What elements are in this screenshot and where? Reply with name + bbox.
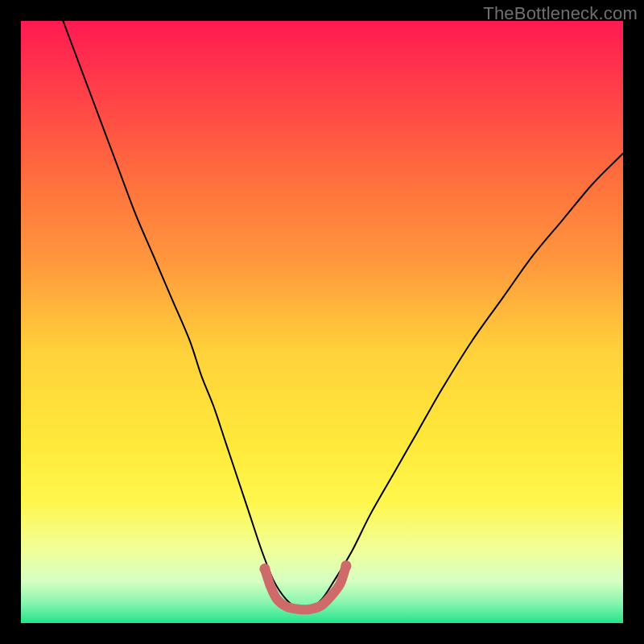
chart-background	[21, 21, 623, 623]
valley-endpoint	[259, 564, 270, 574]
valley-endpoint	[341, 560, 351, 571]
bottleneck-chart	[21, 21, 623, 623]
chart-frame	[21, 21, 623, 623]
watermark-text: TheBottleneck.com	[483, 3, 638, 24]
